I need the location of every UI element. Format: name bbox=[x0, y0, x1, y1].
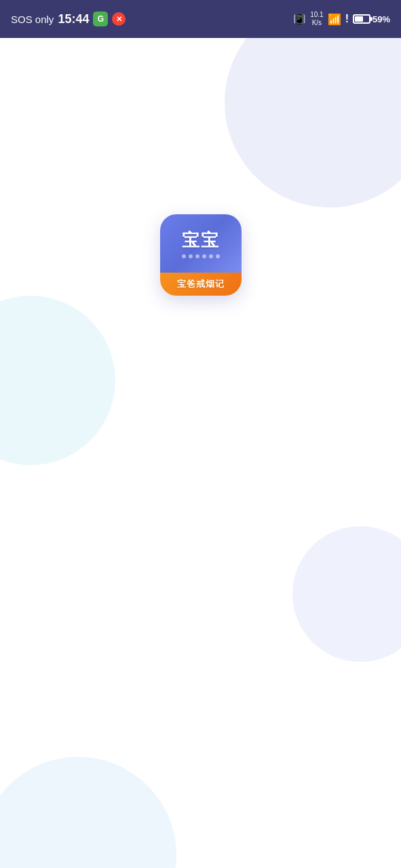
deco-circle-mid-left bbox=[0, 296, 115, 465]
alert-icon: ! bbox=[345, 13, 349, 25]
app-icon-container: 宝宝 宝爸戒烟记 bbox=[160, 214, 242, 296]
dot-1 bbox=[182, 254, 186, 258]
x-icon: ✕ bbox=[112, 12, 126, 26]
wifi-icon: 📶 bbox=[328, 13, 341, 26]
network-speed: 10.1 K/s bbox=[310, 11, 323, 27]
battery-percent: 59% bbox=[373, 14, 390, 24]
status-bar: SOS only 15:44 G ✕ 📳 10.1 K/s 📶 ! 59% bbox=[0, 0, 401, 38]
dot-2 bbox=[189, 254, 193, 258]
deco-circle-top-right bbox=[225, 38, 401, 208]
sos-text: SOS only bbox=[11, 14, 54, 25]
dot-4 bbox=[202, 254, 206, 258]
status-time: 15:44 bbox=[58, 12, 89, 26]
splash-screen: 宝宝 宝爸戒烟记 bbox=[0, 38, 401, 868]
app-icon-top: 宝宝 bbox=[160, 214, 242, 273]
g-icon: G bbox=[93, 12, 108, 26]
battery-fill bbox=[355, 16, 363, 22]
status-right: 📳 10.1 K/s 📶 ! 59% bbox=[293, 11, 390, 27]
app-icon-subtitle: 宝爸戒烟记 bbox=[177, 278, 225, 290]
app-icon-title: 宝宝 bbox=[182, 229, 220, 252]
app-icon-dots bbox=[182, 254, 220, 258]
dot-5 bbox=[209, 254, 213, 258]
dot-6 bbox=[216, 254, 220, 258]
status-left: SOS only 15:44 G ✕ bbox=[11, 12, 126, 26]
vibrate-icon: 📳 bbox=[293, 13, 306, 25]
app-icon[interactable]: 宝宝 宝爸戒烟记 bbox=[160, 214, 242, 296]
app-icon-bottom: 宝爸戒烟记 bbox=[160, 273, 242, 296]
battery-icon bbox=[353, 14, 370, 24]
battery-container: 59% bbox=[353, 14, 390, 24]
dot-3 bbox=[195, 254, 199, 258]
deco-circle-bottom-left bbox=[0, 757, 176, 868]
deco-circle-bottom-right bbox=[292, 526, 401, 662]
